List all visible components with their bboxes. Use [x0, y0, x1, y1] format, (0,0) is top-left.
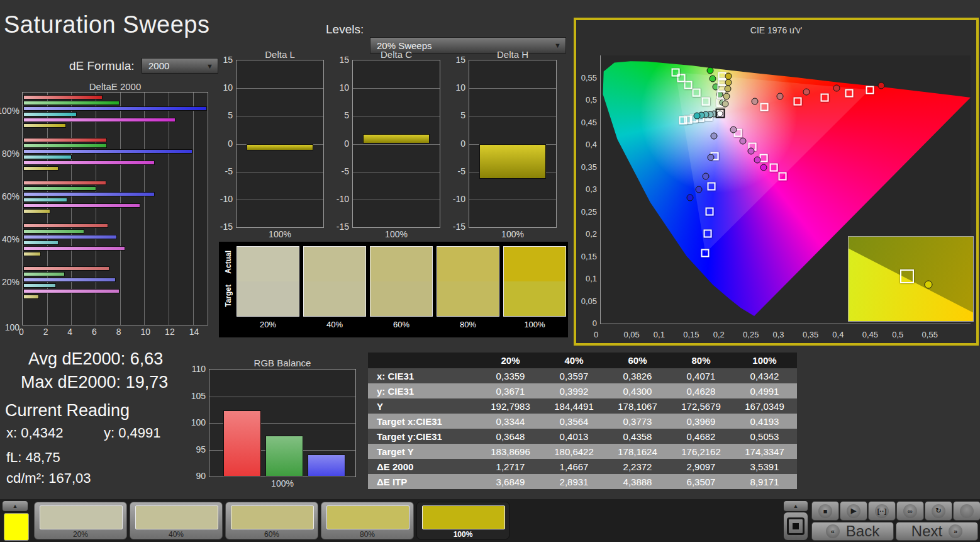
bar-cyan: [23, 112, 77, 116]
level-button-80%[interactable]: 80%: [321, 502, 414, 539]
transport-blank-button[interactable]: [953, 501, 980, 521]
max-de2000-label: Max dE2000:: [21, 373, 121, 392]
delta-l-title: Delta L: [236, 49, 324, 60]
bar-cyan: [23, 198, 67, 202]
cie-x-tick: 0,55: [922, 330, 938, 339]
deltae-group-label-20%: 20%: [2, 277, 19, 287]
table-cell: 172,5679: [669, 401, 733, 412]
table-cell: 183,8696: [479, 446, 542, 457]
window-mode-button[interactable]: [784, 512, 808, 540]
cie-measured-point-magenta: [730, 126, 737, 133]
level-label: 80%: [321, 530, 413, 539]
bar-blue: [23, 235, 117, 239]
cie-measured-point-magenta: [747, 147, 754, 154]
bar-yellow: [23, 123, 66, 128]
inset-target-square: [900, 269, 914, 283]
reading-y-value: 0,4991: [118, 425, 160, 441]
gridline: [353, 200, 440, 200]
reading-x-label: x:: [6, 425, 17, 441]
infinite-loop-icon: ∞: [903, 504, 917, 518]
table-cell: 4,3888: [606, 477, 669, 487]
avg-de2000-label: Avg dE2000:: [28, 349, 125, 368]
swatch-60%: [370, 246, 433, 317]
table-col-header: 60%: [606, 355, 669, 366]
window-pattern-icon: [787, 517, 805, 535]
transport-refresh-button[interactable]: ↻: [925, 501, 952, 521]
bar-green: [23, 144, 107, 148]
y-tick-label: -15: [337, 222, 349, 232]
y-tick-label: 95: [196, 444, 206, 454]
cie-target-square-green: [692, 88, 700, 96]
level-button-20%[interactable]: 20%: [34, 502, 127, 539]
cie-white-point-marker: [715, 109, 725, 118]
level-patch: [422, 505, 505, 529]
table-cell: 0,3826: [606, 371, 669, 381]
loop-range-icon: [··]: [875, 504, 889, 518]
x-tick-label: 0: [19, 327, 24, 337]
actual-row-label: Actual: [224, 251, 233, 274]
gridline: [193, 93, 194, 325]
cie-y-tick: 0,2: [586, 229, 597, 239]
table-cell: 0,4991: [733, 386, 796, 397]
bar-green: [23, 186, 96, 191]
level-button-40%[interactable]: 40%: [130, 502, 223, 539]
next-button[interactable]: Next»: [896, 522, 978, 541]
x-tick-label: 6: [92, 327, 97, 337]
rgb-bar-G: [265, 436, 303, 477]
current-reading-title: Current Reading: [5, 401, 130, 421]
table-cell: 176,2162: [669, 446, 733, 457]
de-formula-dropdown[interactable]: 2000 ▼: [142, 58, 218, 74]
collapse-strip-button[interactable]: ▲: [3, 501, 28, 511]
transport-play-button[interactable]: ▶: [840, 501, 867, 521]
table-row: ΔE 20001,27171,46672,23722,90973,5391: [368, 459, 797, 474]
cie-measured-point-green: [706, 67, 713, 74]
cie-measured-point-green: [710, 75, 716, 82]
delta-h-title: Delta H: [469, 49, 557, 60]
cie-xlabels: 00,050,10,150,20,250,30,350,40,450,50,55: [595, 327, 975, 340]
cie-measured-point-red: [803, 89, 810, 96]
deltae-xlabels: 02468101214: [22, 327, 208, 338]
bar-cyan: [23, 283, 56, 288]
transport-buttons: ■▶[··]∞↻«BackNext»: [811, 499, 980, 542]
deltae-ylabels: 100%80%60%40%20%100: [0, 92, 21, 325]
back-button[interactable]: «Back: [811, 522, 894, 541]
level-button-60%[interactable]: 60%: [225, 502, 318, 539]
level-button-100%[interactable]: 100%: [416, 502, 509, 539]
table-cell: 0,3564: [542, 416, 606, 427]
table-row-label: Target Y: [368, 446, 479, 457]
de-formula-value: 2000: [148, 60, 169, 71]
de-formula-field: dE Formula:: [69, 59, 134, 73]
cie-x-tick: 0,1: [654, 330, 665, 339]
deltae-chart-title: DeltaE 2000: [22, 81, 208, 92]
table-row-label: ΔE ITP: [368, 477, 479, 487]
max-de2000-value: 19,73: [126, 373, 169, 392]
cie-target-square-blue: [705, 207, 713, 215]
collapse-transport-button[interactable]: ▲: [784, 501, 808, 511]
transport-loop-range-button[interactable]: [··]: [868, 501, 896, 521]
rgb-balance-title: RGB Balance: [209, 358, 356, 368]
cie-measured-point-yellow: [725, 73, 732, 80]
gridline: [209, 397, 355, 397]
delta-c-plot: [352, 60, 440, 228]
bar-green: [23, 272, 65, 276]
table-cell: 0,4682: [669, 431, 733, 442]
bar-magenta: [23, 203, 140, 208]
gridline: [237, 88, 323, 89]
table-row-label: Target y:CIE31: [368, 431, 479, 442]
table-cell: 0,3969: [669, 416, 733, 427]
table-cell: 0,3344: [479, 416, 542, 427]
y-tick-label: 100: [191, 417, 206, 427]
gridline: [353, 88, 440, 89]
bar-blue: [23, 106, 207, 111]
swatch-actual: [504, 247, 565, 281]
avg-de2000-value: 6,63: [130, 349, 164, 368]
transport-infinite-loop-button[interactable]: ∞: [896, 501, 924, 521]
x-tick-label: 14: [189, 327, 199, 337]
transport-stop-button[interactable]: ■: [811, 501, 839, 521]
cie-target-square-green: [671, 68, 679, 76]
cie-measured-point-red: [833, 84, 840, 91]
reading-cdm2: cd/m²: 167,03: [6, 470, 91, 487]
cie-x-tick: 0,3: [773, 330, 784, 339]
table-cell: 0,4300: [606, 386, 669, 397]
cie-target-square-red: [760, 103, 768, 111]
